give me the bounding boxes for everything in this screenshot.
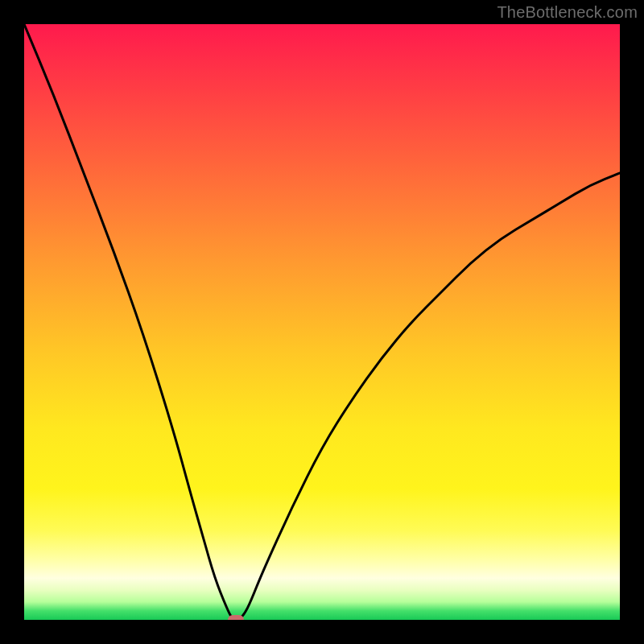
curve-layer [24,24,620,620]
chart-frame: TheBottleneck.com [0,0,644,644]
plot-area [24,24,620,620]
watermark-text: TheBottleneck.com [497,3,638,22]
optimum-marker [228,615,244,620]
bottleneck-curve [24,24,620,620]
